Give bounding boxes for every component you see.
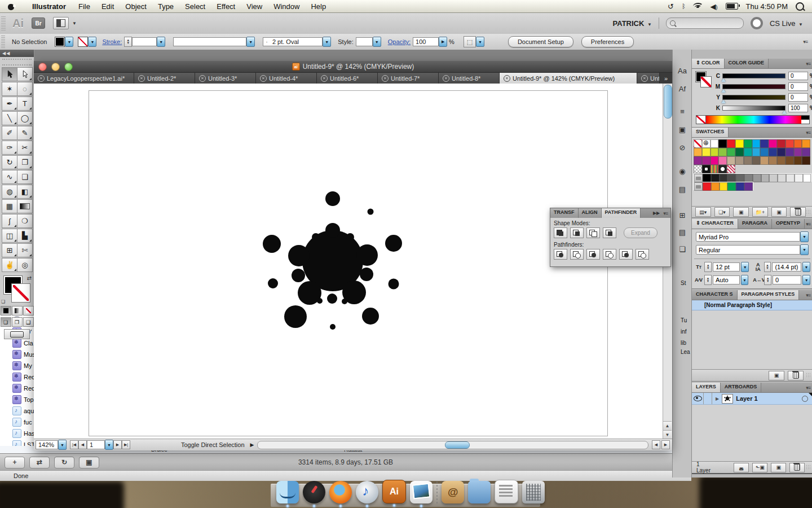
swatch[interactable] (803, 174, 811, 182)
tab-swatches[interactable]: SWATCHES (692, 128, 729, 137)
slider-value-field[interactable]: 0 (788, 82, 808, 91)
slider-track-c[interactable] (722, 73, 785, 78)
free-transform-tool[interactable]: ❑ (17, 170, 33, 184)
menu-select[interactable]: Select (179, 2, 211, 11)
opacity-field[interactable]: 100 (413, 37, 439, 46)
tab-paragraph[interactable]: PARAGRA (738, 219, 772, 229)
menu-effect[interactable]: Effect (211, 2, 241, 11)
collapsed-panel-icon-6[interactable]: ◉ (673, 167, 692, 176)
swatch[interactable] (777, 139, 785, 148)
swatch[interactable] (710, 165, 719, 173)
search-input[interactable] (666, 17, 744, 29)
stroke-swatch-none[interactable] (12, 284, 30, 302)
document-tab-4[interactable]: ✕Untitled-4* (256, 73, 317, 84)
blob-brush-tool[interactable]: ✑ (2, 141, 17, 155)
swatch[interactable] (760, 156, 769, 165)
swatch[interactable] (710, 139, 719, 148)
draw-normal-button[interactable]: ❏ (1, 317, 11, 327)
menu-edit[interactable]: Edit (96, 2, 120, 11)
zoom-dropdown[interactable]: ▼ (58, 440, 67, 450)
swatch[interactable] (736, 174, 744, 182)
tab-close-icon[interactable]: ✕ (382, 75, 389, 82)
tab-character-styles[interactable]: CHARACTER S (692, 290, 738, 300)
tracking-field[interactable]: 0 (773, 275, 801, 284)
swatch[interactable] (744, 174, 753, 182)
swatch[interactable] (785, 139, 794, 148)
menu-object[interactable]: Object (120, 2, 152, 11)
document-tab-7[interactable]: ✕Untitled-8* (439, 73, 500, 84)
swatch-libraries-button[interactable]: ▤▾ (695, 207, 711, 217)
draw-inside-button[interactable]: ❑ (23, 317, 34, 327)
document-tab-5[interactable]: ✕Untitled-6* (317, 73, 378, 84)
collapsed-panel-icon-9[interactable]: ▤ (673, 228, 692, 237)
layer-visibility-toggle[interactable] (692, 393, 704, 404)
kerning-field[interactable]: Auto (713, 275, 740, 284)
swatch[interactable] (718, 139, 727, 148)
swatch[interactable] (702, 165, 710, 173)
swatch[interactable] (777, 148, 785, 156)
scroll-right-arrow[interactable]: ▶ (661, 440, 670, 449)
collapsed-panel-icon-4[interactable]: ▣ (673, 125, 692, 134)
swatch[interactable] (736, 182, 744, 191)
tab-close-icon[interactable]: ✕ (199, 75, 206, 82)
vertical-scrollbar-thumb[interactable] (664, 85, 672, 119)
pathfinder-tab-transf[interactable]: TRANSF (550, 208, 579, 218)
shape-builder-tool[interactable]: ◍ (2, 185, 17, 199)
tab-close-icon[interactable]: ✕ (38, 75, 45, 82)
bluetooth-icon[interactable]: ᛒ (682, 3, 686, 10)
tab-close-icon[interactable]: ✕ (443, 75, 449, 82)
zoom-level-field[interactable]: 142% (36, 440, 58, 449)
layer-lock-toggle[interactable] (704, 393, 712, 404)
swatch[interactable] (711, 182, 720, 191)
variable-width-profile-field[interactable] (173, 37, 246, 46)
tab-character[interactable]: ⇕ CHARACTER (692, 219, 738, 229)
crop-button[interactable] (603, 249, 616, 260)
artboard-tool[interactable]: ⊞ (2, 243, 17, 257)
itunes-file-row[interactable]: Cla (0, 338, 35, 349)
swatch[interactable] (711, 174, 720, 182)
trim-button[interactable] (570, 249, 584, 260)
slider-track-y[interactable] (722, 95, 785, 100)
type-tool[interactable]: T (17, 97, 33, 111)
swatch[interactable] (794, 139, 802, 148)
kerning-dropdown[interactable]: ▼ (741, 275, 749, 285)
spotlight-icon[interactable] (796, 2, 804, 11)
tab-close-icon[interactable]: ✕ (321, 75, 328, 82)
outline-button[interactable] (619, 249, 633, 260)
swatch[interactable] (760, 139, 769, 148)
swatch[interactable] (769, 174, 778, 182)
swatch[interactable] (718, 148, 727, 156)
slider-marker[interactable] (721, 78, 726, 82)
last-artboard-button[interactable]: ▶| (122, 440, 130, 449)
swatch[interactable] (702, 139, 710, 148)
document-tab-8[interactable]: ✕Untitled-9* @ 142% (CMYK/Preview) (500, 73, 637, 84)
selection-tool[interactable] (2, 67, 17, 81)
swatch[interactable] (744, 148, 752, 156)
expand-button[interactable]: Expand (624, 227, 657, 238)
swatch[interactable] (802, 148, 810, 156)
scroll-up-arrow[interactable]: ▲ (663, 421, 672, 430)
iphoto-dock-icon[interactable] (410, 481, 433, 503)
swatch[interactable] (786, 174, 795, 182)
pencil-tool[interactable]: ✎ (17, 126, 33, 140)
menu-illustrator[interactable]: Illustrator (25, 2, 73, 11)
swatch[interactable] (778, 174, 786, 182)
tab-close-icon[interactable]: ✕ (504, 75, 510, 82)
menu-view[interactable]: View (241, 2, 268, 11)
select-similar-dropdown[interactable]: ▼ (476, 37, 484, 47)
new-sublayer-button[interactable]: ⬑▣ (752, 463, 767, 472)
ellipse-tool[interactable]: ◯ (17, 111, 33, 125)
documents-dock-icon[interactable] (495, 480, 518, 503)
swatch[interactable] (694, 156, 702, 165)
spectrum-none[interactable] (696, 116, 706, 124)
swatch[interactable] (703, 182, 711, 191)
layer-row[interactable]: ▶ Layer 1 (692, 393, 812, 405)
control-panel-menu-icon[interactable]: ▾≡ (803, 39, 807, 45)
swatch[interactable] (794, 148, 802, 156)
itunes-file-row[interactable]: Has (0, 428, 35, 439)
itunes-file-row[interactable]: My (0, 360, 35, 371)
styles-panel-menu-icon[interactable]: ▾≡ (806, 290, 812, 300)
screen-mode-button[interactable] (4, 329, 30, 339)
unite-button[interactable] (554, 227, 567, 238)
document-tab-2[interactable]: ✕Untitled-2* (134, 73, 195, 84)
